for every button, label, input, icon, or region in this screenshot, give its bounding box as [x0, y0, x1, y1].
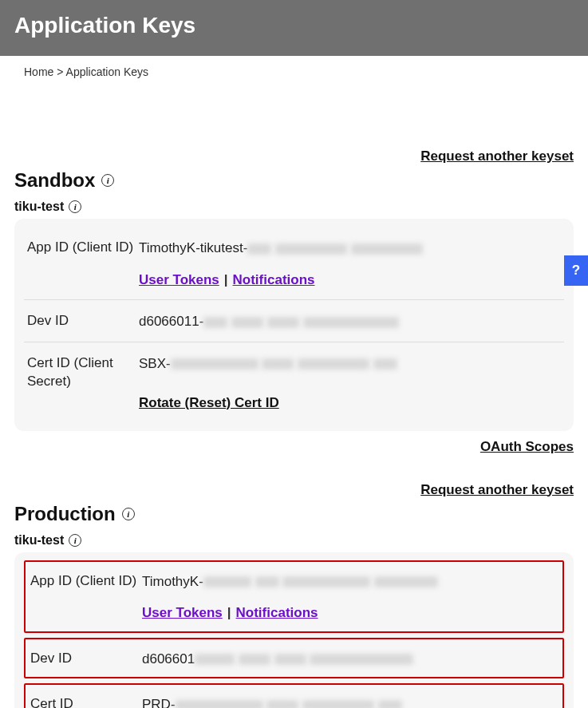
request-keyset-link[interactable]: Request another keyset — [420, 482, 574, 497]
devid-value: d606601 — [142, 649, 558, 670]
page-title: Application Keys — [14, 13, 574, 38]
breadcrumb: Home > Application Keys — [0, 56, 588, 85]
certid-prefix: PRD- — [142, 697, 176, 708]
page-header: Application Keys — [0, 0, 588, 56]
sandbox-app-name-text: tiku-test — [14, 200, 64, 214]
devid-label: Dev ID — [30, 649, 142, 670]
certid-value: SBX- Rotate (Reset) Cert ID — [139, 354, 561, 413]
notifications-link[interactable]: Notifications — [236, 605, 318, 620]
help-icon: ? — [572, 263, 580, 279]
production-top-actions: Request another keyset — [14, 482, 574, 498]
appid-value: TimothyK- User Tokens|Notifications — [142, 572, 558, 623]
breadcrumb-home[interactable]: Home — [24, 65, 53, 78]
sandbox-devid-row: Dev ID d6066011- — [24, 299, 564, 342]
help-button[interactable]: ? — [564, 255, 588, 286]
sandbox-appid-row: App ID (Client ID) TimothyK-tikutest- Us… — [24, 227, 564, 299]
info-icon[interactable]: i — [122, 508, 135, 520]
info-icon[interactable]: i — [69, 534, 81, 547]
devid-label: Dev ID — [27, 311, 139, 332]
production-title: Production i — [14, 503, 574, 525]
appid-prefix: TimothyK-tikutest- — [139, 240, 247, 255]
breadcrumb-sep: > — [57, 65, 63, 78]
certid-label: Cert ID — [30, 694, 142, 708]
request-keyset-link[interactable]: Request another keyset — [420, 148, 574, 164]
user-tokens-link[interactable]: User Tokens — [139, 272, 219, 287]
notifications-link[interactable]: Notifications — [233, 272, 315, 287]
certid-prefix: SBX- — [139, 356, 171, 371]
production-certid-row: Cert ID PRD- — [24, 683, 564, 708]
breadcrumb-current: Application Keys — [66, 65, 149, 78]
sandbox-card: App ID (Client ID) TimothyK-tikutest- Us… — [14, 219, 574, 431]
appid-prefix: TimothyK- — [142, 574, 203, 589]
certid-label: Cert ID (Client Secret) — [27, 354, 139, 413]
rotate-certid-link[interactable]: Rotate (Reset) Cert ID — [139, 393, 279, 413]
devid-prefix: d6066011- — [139, 314, 203, 329]
sandbox-certid-row: Cert ID (Client Secret) SBX- Rotate (Res… — [24, 342, 564, 423]
info-icon[interactable]: i — [69, 200, 81, 213]
oauth-scopes-link[interactable]: OAuth Scopes — [480, 439, 574, 454]
link-sep: | — [227, 605, 231, 620]
devid-prefix: d606601 — [142, 651, 195, 666]
appid-value: TimothyK-tikutest- User Tokens|Notificat… — [139, 238, 561, 290]
production-appid-row: App ID (Client ID) TimothyK- User Tokens… — [24, 560, 564, 633]
certid-value: PRD- — [142, 694, 558, 708]
link-sep: | — [224, 272, 228, 287]
user-tokens-link[interactable]: User Tokens — [142, 605, 223, 620]
production-card: App ID (Client ID) TimothyK- User Tokens… — [14, 552, 574, 709]
production-devid-row: Dev ID d606601 — [24, 638, 564, 679]
sandbox-top-actions: Request another keyset — [14, 148, 574, 164]
info-icon[interactable]: i — [101, 174, 114, 187]
production-title-text: Production — [14, 503, 116, 525]
sandbox-title: Sandbox i — [14, 169, 574, 192]
devid-value: d6066011- — [139, 311, 561, 332]
production-app-name: tiku-test i — [14, 533, 574, 548]
appid-label: App ID (Client ID) — [27, 238, 139, 290]
appid-label: App ID (Client ID) — [30, 572, 142, 623]
production-app-name-text: tiku-test — [14, 533, 64, 548]
sandbox-title-text: Sandbox — [14, 169, 95, 192]
sandbox-app-name: tiku-test i — [14, 200, 574, 214]
